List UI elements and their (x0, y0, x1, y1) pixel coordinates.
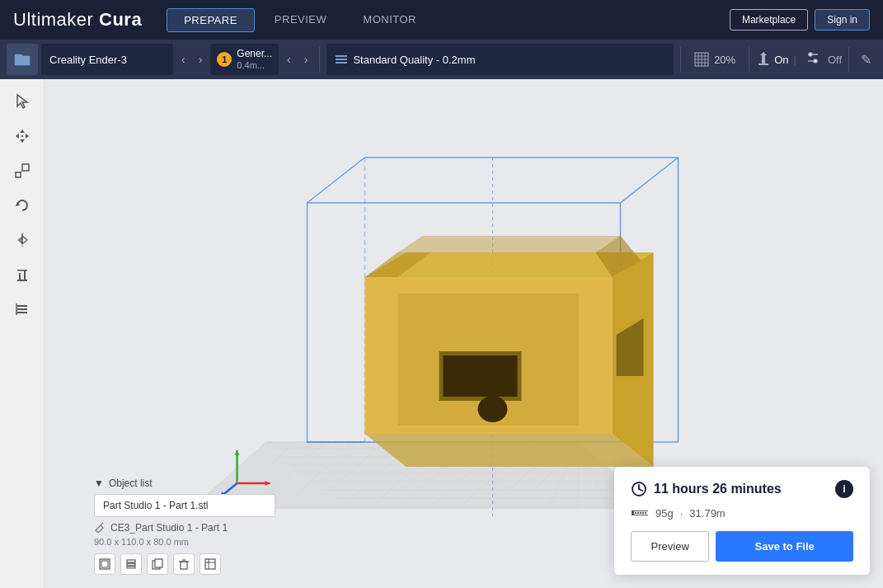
save-to-file-button[interactable]: Save to File (716, 531, 853, 562)
sidebar-tools (0, 79, 45, 588)
tab-prepare[interactable]: PREPARE (167, 8, 255, 32)
svg-marker-26 (16, 202, 20, 206)
object-action-5[interactable] (200, 553, 221, 575)
printer-selector[interactable]: Creality Ender-3 (41, 44, 173, 75)
svg-marker-21 (26, 134, 29, 139)
svg-line-25 (21, 171, 22, 172)
svg-point-14 (809, 53, 812, 56)
header-actions: Marketplace Sign in (730, 9, 870, 31)
svg-point-16 (814, 59, 817, 63)
toolbar-divider-3 (749, 47, 749, 72)
object-list-toggle[interactable]: ▼ Object list (94, 477, 275, 489)
svg-rect-23 (16, 172, 21, 177)
support-icon (756, 52, 771, 67)
svg-rect-111 (642, 512, 644, 514)
preview-button[interactable]: Preview (631, 531, 709, 562)
object-name: CE3_Part Studio 1 - Part 1 (110, 522, 228, 534)
mirror-tool-icon (14, 232, 31, 248)
svg-marker-87 (235, 450, 240, 455)
svg-marker-29 (22, 236, 27, 244)
sliders-icon (806, 51, 820, 64)
toolbar-divider-2 (680, 47, 681, 72)
material-selector[interactable]: 1 Gener... 0.4m... (210, 44, 279, 75)
svg-marker-72 (365, 434, 654, 467)
tool-scale-button[interactable] (7, 155, 38, 186)
tool-rotate-button[interactable] (7, 190, 38, 221)
render-icon (99, 558, 110, 570)
printer-prev-button[interactable]: ‹ (176, 49, 190, 69)
svg-rect-31 (19, 273, 21, 280)
scale-tool-icon (14, 162, 31, 179)
time-row: 11 hours 26 minutes i (631, 480, 853, 498)
svg-line-64 (621, 158, 679, 203)
slice-tool-icon (14, 301, 31, 318)
svg-rect-33 (17, 270, 27, 271)
marketplace-button[interactable]: Marketplace (730, 9, 808, 31)
svg-rect-97 (155, 559, 162, 567)
print-time: 11 hours 26 minutes (631, 481, 782, 497)
rotate-tool-icon (14, 197, 31, 214)
tool-mirror-button[interactable] (7, 224, 38, 256)
support-off-label: Off (828, 54, 842, 66)
object-dimensions: 90.0 x 110.0 x 80.0 mm (94, 537, 275, 547)
svg-rect-10 (759, 64, 768, 65)
svg-rect-109 (637, 512, 639, 514)
svg-rect-113 (632, 510, 648, 511)
select-tool-icon (14, 93, 31, 110)
profile-edit-button[interactable]: ✎ (856, 49, 876, 71)
object-file-name: Part Studio 1 - Part 1.stl (103, 500, 208, 511)
delete-icon (178, 558, 190, 570)
support-settings-button[interactable] (801, 48, 824, 71)
infill-control: 20% (688, 52, 742, 67)
printer-next-button[interactable]: › (194, 49, 208, 69)
main-area: ▼ Object list Part Studio 1 - Part 1.stl… (0, 79, 883, 588)
svg-rect-114 (632, 515, 648, 515)
support-on-label: On (774, 54, 788, 66)
printer-name: Creality Ender-3 (49, 54, 127, 66)
svg-rect-93 (127, 560, 135, 562)
tool-move-button[interactable] (7, 120, 38, 152)
object-action-1[interactable] (94, 553, 115, 575)
support-control: On | Off (756, 48, 842, 71)
material-prev-button[interactable]: ‹ (282, 49, 296, 69)
material-usage-row: 95g · 31.79m (631, 506, 853, 520)
open-folder-button[interactable] (7, 44, 38, 75)
svg-rect-112 (645, 512, 646, 514)
material-count: 1 (217, 52, 232, 67)
tab-preview[interactable]: PREVIEW (258, 8, 343, 32)
svg-marker-81 (444, 355, 518, 397)
svg-marker-19 (20, 139, 25, 143)
svg-rect-98 (181, 562, 187, 569)
app-logo: Ultimaker Cura (13, 9, 142, 31)
tool-select-button[interactable] (7, 86, 38, 117)
material-next-button[interactable]: › (299, 49, 313, 69)
tool-support-button[interactable] (7, 259, 38, 290)
tab-monitor[interactable]: MONITOR (346, 8, 433, 32)
action-row: Preview Save to File (631, 531, 853, 562)
svg-rect-22 (21, 135, 23, 137)
signin-button[interactable]: Sign in (815, 9, 870, 31)
info-button[interactable]: i (835, 480, 853, 498)
toolbar-divider-4 (848, 47, 849, 72)
svg-rect-110 (640, 512, 641, 514)
svg-rect-35 (17, 308, 27, 310)
svg-rect-101 (205, 559, 215, 569)
toolbar-divider-1 (319, 47, 320, 72)
svg-marker-77 (398, 236, 621, 252)
object-list-panel: ▼ Object list Part Studio 1 - Part 1.stl… (94, 477, 275, 575)
svg-marker-12 (760, 52, 767, 55)
svg-rect-34 (17, 305, 27, 307)
infill-icon (694, 52, 709, 67)
object-action-4[interactable] (173, 553, 195, 575)
tool-slice-button[interactable] (7, 294, 38, 325)
object-action-3[interactable] (147, 553, 168, 575)
svg-rect-95 (127, 567, 135, 568)
viewport[interactable]: ▼ Object list Part Studio 1 - Part 1.stl… (45, 79, 883, 588)
quality-selector[interactable]: Standard Quality - 0.2mm (326, 44, 674, 75)
svg-marker-17 (17, 95, 27, 108)
clock-icon (631, 481, 647, 497)
material-sub: 0.4m... (237, 60, 272, 71)
svg-rect-1 (336, 59, 347, 60)
material-name: Gener... (237, 48, 272, 59)
object-action-2[interactable] (120, 553, 142, 575)
